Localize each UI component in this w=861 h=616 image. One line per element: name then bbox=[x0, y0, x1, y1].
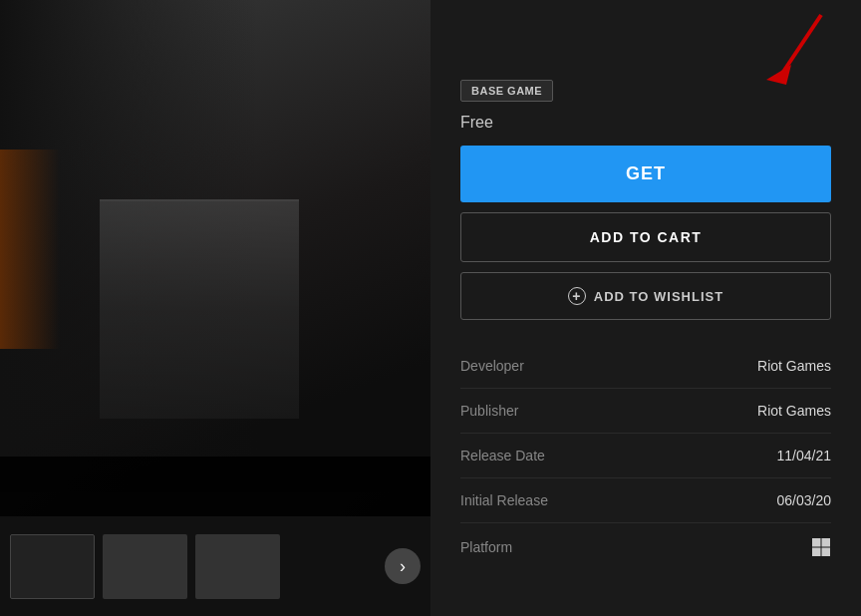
initial-release-row: Initial Release 06/03/20 bbox=[460, 478, 831, 523]
color-accent bbox=[0, 150, 60, 349]
svg-rect-5 bbox=[822, 548, 831, 557]
plus-circle-icon: + bbox=[568, 287, 586, 305]
initial-release-label: Initial Release bbox=[460, 492, 548, 508]
chevron-right-icon: › bbox=[400, 556, 406, 577]
thumbnail-item[interactable] bbox=[10, 534, 95, 599]
release-date-row: Release Date 11/04/21 bbox=[460, 434, 831, 478]
publisher-row: Publisher Riot Games bbox=[460, 389, 831, 434]
release-date-label: Release Date bbox=[460, 448, 545, 463]
arrow-annotation bbox=[751, 10, 831, 90]
bottom-black-bar bbox=[0, 457, 430, 516]
thumbnail-strip: › bbox=[0, 516, 430, 616]
product-info-panel: BASE GAME Free GET ADD TO CART + ADD TO … bbox=[430, 0, 861, 616]
developer-value: Riot Games bbox=[757, 358, 831, 374]
developer-label: Developer bbox=[460, 358, 524, 374]
release-date-value: 11/04/21 bbox=[777, 448, 832, 463]
platform-row: Platform bbox=[460, 523, 831, 571]
svg-rect-4 bbox=[812, 548, 821, 557]
get-button[interactable]: GET bbox=[460, 146, 831, 202]
thumbnail-next-button[interactable]: › bbox=[385, 548, 421, 584]
environment-detail bbox=[100, 199, 299, 419]
badge-container: BASE GAME bbox=[460, 80, 831, 102]
wishlist-label: ADD TO WISHLIST bbox=[594, 289, 723, 304]
thumbnail-item[interactable] bbox=[195, 534, 280, 599]
price-label: Free bbox=[460, 114, 831, 132]
game-artwork-panel: › bbox=[0, 0, 430, 616]
svg-line-0 bbox=[781, 15, 821, 75]
info-table: Developer Riot Games Publisher Riot Game… bbox=[460, 344, 831, 571]
svg-rect-2 bbox=[812, 538, 821, 547]
add-to-wishlist-button[interactable]: + ADD TO WISHLIST bbox=[460, 272, 831, 320]
publisher-label: Publisher bbox=[460, 403, 518, 419]
add-to-cart-button[interactable]: ADD TO CART bbox=[460, 212, 831, 262]
svg-rect-3 bbox=[822, 538, 831, 547]
platform-label: Platform bbox=[460, 539, 512, 555]
initial-release-value: 06/03/20 bbox=[777, 492, 832, 508]
base-game-badge: BASE GAME bbox=[460, 80, 553, 102]
thumbnail-item[interactable] bbox=[103, 534, 187, 599]
windows-icon bbox=[811, 537, 831, 557]
developer-row: Developer Riot Games bbox=[460, 344, 831, 389]
publisher-value: Riot Games bbox=[757, 403, 831, 419]
